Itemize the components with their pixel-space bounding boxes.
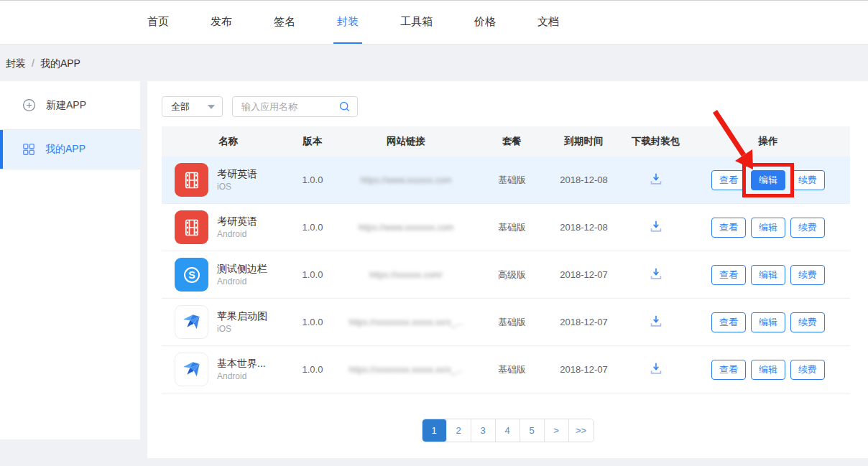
app-plan: 高级版 — [481, 269, 542, 281]
app-expiry: 2018-12-07 — [542, 364, 625, 375]
table-row: 苹果启动图iOS 1.0.0 https://xxxxxxxx.xxxxx.xx… — [162, 299, 850, 346]
page-4[interactable]: 4 — [496, 419, 520, 442]
app-expiry: 2018-12-07 — [542, 269, 625, 280]
col-version: 版本 — [295, 135, 331, 148]
app-name: 基本世界... — [217, 356, 266, 371]
nav-publish[interactable]: 发布 — [190, 1, 253, 44]
page-2[interactable]: 2 — [447, 419, 471, 442]
download-icon[interactable] — [648, 360, 664, 376]
edit-button[interactable]: 编辑 — [751, 170, 785, 190]
app-platform: iOS — [217, 324, 267, 335]
sidebar-item-label: 我的APP — [45, 143, 86, 156]
col-plan: 套餐 — [481, 135, 542, 148]
plus-circle-icon — [22, 98, 36, 112]
nav-signature[interactable]: 签名 — [253, 1, 316, 44]
app-platform: Android — [217, 229, 257, 241]
view-button[interactable]: 查看 — [711, 170, 746, 190]
edit-button[interactable]: 编辑 — [751, 218, 785, 238]
view-button[interactable]: 查看 — [711, 265, 746, 285]
chevron-down-icon — [208, 105, 215, 109]
next-page-button[interactable]: > — [545, 419, 569, 442]
search-box — [232, 96, 358, 117]
app-version: 1.0.0 — [295, 364, 331, 375]
category-select-value: 全部 — [171, 101, 190, 113]
page-5[interactable]: 5 — [520, 419, 545, 442]
app-plan: 基础版 — [481, 221, 542, 234]
col-actions: 操作 — [686, 135, 850, 148]
app-url-blurred: https://xxxxxxxx.xxxxx.xx/x_... — [333, 365, 480, 375]
sidebar-item-my-app[interactable]: 我的APP — [0, 130, 140, 169]
app-name: 苹果启动图 — [217, 309, 267, 324]
breadcrumb-separator: / — [32, 57, 34, 69]
last-page-button[interactable]: >> — [569, 419, 594, 442]
app-platform: iOS — [217, 182, 257, 193]
sidebar-item-label: 新建APP — [46, 99, 86, 112]
app-version: 1.0.0 — [295, 222, 331, 233]
view-button[interactable]: 查看 — [711, 218, 746, 238]
breadcrumb: 封装/我的APP — [6, 57, 80, 70]
view-button[interactable]: 查看 — [711, 312, 746, 332]
app-version: 1.0.0 — [295, 269, 331, 280]
nav-price[interactable]: 价格 — [453, 1, 517, 44]
edit-button[interactable]: 编辑 — [751, 360, 785, 380]
pagination: 1 2 3 4 5 > >> — [422, 419, 594, 442]
edit-button[interactable]: 编辑 — [751, 312, 785, 332]
renew-button[interactable]: 续费 — [790, 170, 825, 190]
download-icon[interactable] — [648, 218, 664, 234]
nav-docs[interactable]: 文档 — [517, 1, 580, 44]
sidebar-item-new-app[interactable]: 新建APP — [0, 81, 140, 130]
col-url: 网站链接 — [331, 135, 481, 148]
breadcrumb-parent[interactable]: 封装 — [6, 57, 26, 69]
app-table: 名称 版本 网站链接 套餐 到期时间 下载封装包 操作 考研英语iOS 1.0.… — [162, 126, 850, 393]
nav-toolbox[interactable]: 工具箱 — [379, 1, 453, 44]
grid-icon — [22, 143, 35, 156]
app-version: 1.0.0 — [295, 317, 331, 327]
film-icon — [175, 163, 208, 197]
app-name: 考研英语 — [217, 214, 257, 229]
origami-icon — [175, 305, 208, 339]
renew-button[interactable]: 续费 — [790, 360, 825, 380]
download-icon[interactable] — [648, 266, 664, 281]
top-navigation: 首页 发布 签名 封装 工具箱 价格 文档 — [0, 0, 868, 45]
app-expiry: 2018-12-08 — [542, 174, 625, 185]
app-url-blurred: https://www.xxxxxx.com — [333, 175, 480, 185]
svg-text:S: S — [188, 269, 195, 281]
table-row: 基本世界...Android 1.0.0 https://xxxxxxxx.xx… — [162, 346, 850, 393]
app-expiry: 2018-12-08 — [542, 222, 625, 233]
search-input[interactable] — [234, 101, 338, 112]
filter-bar: 全部 — [162, 96, 358, 117]
table-row: 考研英语Android 1.0.0 https://www.xxxxxxx.co… — [162, 204, 850, 251]
page-1[interactable]: 1 — [423, 419, 447, 442]
app-expiry: 2018-12-07 — [542, 317, 625, 327]
main-panel: 全部 名称 版本 网站链接 套餐 到期时间 下载封装包 操作 考研英语iOS — [147, 81, 868, 458]
app-plan: 基础版 — [481, 363, 542, 376]
app-plan: 基础版 — [481, 316, 542, 329]
film-icon — [175, 210, 208, 244]
nav-home[interactable]: 首页 — [126, 1, 190, 44]
nav-package[interactable]: 封装 — [316, 1, 379, 44]
col-name: 名称 — [162, 135, 295, 148]
app-url-blurred: https://xxxxxx.com/ — [333, 270, 480, 280]
view-button[interactable]: 查看 — [711, 360, 746, 380]
breadcrumb-current: 我的APP — [40, 57, 80, 69]
search-icon[interactable] — [338, 101, 351, 113]
page-3[interactable]: 3 — [471, 419, 496, 442]
app-version: 1.0.0 — [295, 174, 331, 185]
table-header: 名称 版本 网站链接 套餐 到期时间 下载封装包 操作 — [162, 126, 850, 157]
renew-button[interactable]: 续费 — [790, 218, 825, 238]
table-row: 考研英语iOS 1.0.0 https://www.xxxxxx.com 基础版… — [162, 157, 850, 204]
category-select[interactable]: 全部 — [162, 96, 223, 117]
renew-button[interactable]: 续费 — [790, 312, 825, 332]
download-icon[interactable] — [648, 171, 664, 187]
renew-button[interactable]: 续费 — [790, 265, 825, 285]
edit-button[interactable]: 编辑 — [751, 265, 785, 285]
app-name: 考研英语 — [217, 167, 257, 182]
download-icon[interactable] — [648, 313, 664, 329]
sidebar: 新建APP 我的APP — [0, 81, 140, 439]
table-row: S 测试侧边栏Android 1.0.0 https://xxxxxx.com/… — [162, 251, 850, 299]
app-url-blurred: https://www.xxxxxxx.com — [333, 223, 480, 233]
origami-icon — [175, 353, 208, 386]
app-url-blurred: https://xxxxxxxx.xxxxx.xx/x_... — [333, 317, 480, 327]
col-expiry: 到期时间 — [542, 135, 625, 148]
app-plan: 基础版 — [481, 174, 542, 187]
